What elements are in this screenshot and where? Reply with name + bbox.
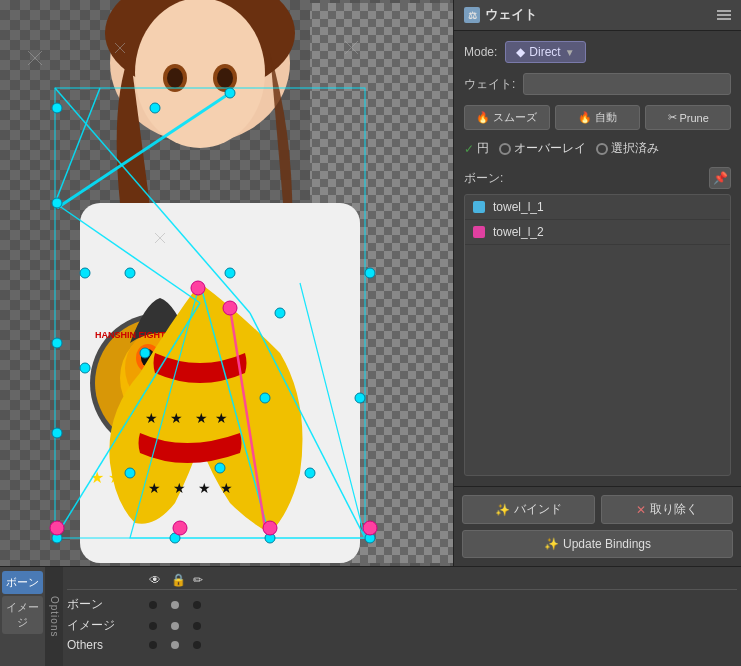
svg-text:★: ★ bbox=[220, 480, 233, 496]
update-icon: ✨ bbox=[544, 537, 559, 551]
svg-point-44 bbox=[225, 268, 235, 278]
bone-pin-button[interactable]: 📌 bbox=[709, 167, 731, 189]
table-row-image[interactable]: イメージ bbox=[67, 615, 737, 636]
bottom-panel: ボーン イメージ Options 👁 🔒 ✏ ボーン イメージ Others bbox=[0, 566, 741, 666]
bone-section-label: ボーン: bbox=[464, 170, 503, 187]
update-bindings-button[interactable]: ✨ Update Bindings bbox=[462, 530, 733, 558]
bone-item-0[interactable]: towel_l_1 bbox=[465, 195, 730, 220]
bone-color-0 bbox=[473, 201, 485, 213]
bone-tab: ボーン イメージ bbox=[0, 567, 45, 666]
overlay-checkbox[interactable]: オーバーレイ bbox=[499, 140, 586, 157]
table-header: 👁 🔒 ✏ bbox=[67, 571, 737, 590]
svg-text:★: ★ bbox=[148, 480, 161, 496]
bone-color-1 bbox=[473, 226, 485, 238]
svg-point-51 bbox=[80, 363, 90, 373]
auto-icon: 🔥 bbox=[578, 111, 592, 124]
bone-header: ボーン: 📌 bbox=[464, 167, 731, 189]
row-bone-visible-dot bbox=[149, 601, 157, 609]
svg-text:★: ★ bbox=[145, 410, 158, 426]
bone-name-0: towel_l_1 bbox=[493, 200, 544, 214]
bottom-table: 👁 🔒 ✏ ボーン イメージ Others bbox=[63, 567, 741, 666]
header-edit-icon: ✏ bbox=[193, 573, 213, 587]
bone-tab-item[interactable]: ボーン bbox=[2, 571, 43, 594]
smooth-icon: 🔥 bbox=[476, 111, 490, 124]
svg-text:HANSHIN FIGHT: HANSHIN FIGHT bbox=[95, 330, 166, 340]
menu-line-2 bbox=[717, 14, 731, 16]
svg-point-61 bbox=[305, 468, 315, 478]
panel-title-bar: ⚖ ウェイト bbox=[454, 0, 741, 31]
smooth-label: スムーズ bbox=[493, 110, 537, 125]
row-bone-label: ボーン bbox=[67, 596, 147, 613]
right-panel: ⚖ ウェイト Mode: ◆ Direct ▼ ウェイト: bbox=[453, 0, 741, 566]
selected-checkbox[interactable]: 選択済み bbox=[596, 140, 659, 157]
prune-button[interactable]: ✂ Prune bbox=[645, 105, 731, 130]
bone-name-1: towel_l_2 bbox=[493, 225, 544, 239]
svg-point-49 bbox=[125, 268, 135, 278]
svg-point-10 bbox=[167, 68, 183, 88]
bind-row: ✨ バインド ✕ 取り除く bbox=[462, 495, 733, 524]
mode-label: Mode: bbox=[464, 45, 497, 59]
row-others-label: Others bbox=[67, 638, 147, 652]
row-others-lock-dot bbox=[171, 641, 179, 649]
svg-point-7 bbox=[135, 0, 265, 148]
pin-icon: 📌 bbox=[713, 171, 728, 185]
bind-button[interactable]: ✨ バインド bbox=[462, 495, 595, 524]
svg-point-65 bbox=[363, 521, 377, 535]
prune-icon: ✂ bbox=[668, 111, 677, 124]
row-bone-lock-dot bbox=[171, 601, 179, 609]
weight-input[interactable] bbox=[523, 73, 731, 95]
selected-label: 選択済み bbox=[611, 140, 659, 157]
svg-text:★: ★ bbox=[170, 410, 183, 426]
svg-point-46 bbox=[275, 308, 285, 318]
circle-checkbox[interactable]: ✓ 円 bbox=[464, 140, 489, 157]
svg-point-41 bbox=[52, 198, 62, 208]
canvas-viewport[interactable]: ★ ★ ★ HANSHIN FIGHT ★ ★ ★ ★ ★ ★ ★ ★ bbox=[0, 0, 453, 566]
action-buttons-row: 🔥 スムーズ 🔥 自動 ✂ Prune bbox=[464, 105, 731, 130]
svg-point-45 bbox=[365, 268, 375, 278]
panel-title: ⚖ ウェイト bbox=[464, 6, 537, 24]
svg-text:★: ★ bbox=[198, 480, 211, 496]
svg-point-11 bbox=[217, 68, 233, 88]
svg-point-58 bbox=[260, 393, 270, 403]
table-row-bone[interactable]: ボーン bbox=[67, 594, 737, 615]
mode-button[interactable]: ◆ Direct ▼ bbox=[505, 41, 585, 63]
bone-item-1[interactable]: towel_l_2 bbox=[465, 220, 730, 245]
smooth-button[interactable]: 🔥 スムーズ bbox=[464, 105, 550, 130]
options-sidebar: Options bbox=[45, 567, 63, 666]
row-bone-edit-dot bbox=[193, 601, 201, 609]
bind-label: バインド bbox=[514, 501, 562, 518]
svg-point-40 bbox=[225, 88, 235, 98]
svg-point-59 bbox=[125, 468, 135, 478]
header-eye-icon: 👁 bbox=[149, 573, 169, 587]
svg-text:★: ★ bbox=[173, 480, 186, 496]
bone-section: ボーン: 📌 towel_l_1 towel_l_2 bbox=[464, 167, 731, 476]
checkbox-row: ✓ 円 オーバーレイ 選択済み bbox=[464, 140, 731, 157]
row-others-edit-dot bbox=[193, 641, 201, 649]
menu-line-3 bbox=[717, 18, 731, 20]
weight-label: ウェイト: bbox=[464, 76, 515, 93]
svg-point-62 bbox=[191, 281, 205, 295]
table-row-others[interactable]: Others bbox=[67, 636, 737, 654]
menu-icon[interactable] bbox=[717, 10, 731, 20]
svg-point-63 bbox=[173, 521, 187, 535]
prune-label: Prune bbox=[680, 112, 709, 124]
overlay-label: オーバーレイ bbox=[514, 140, 586, 157]
row-image-visible-dot bbox=[149, 622, 157, 630]
update-label: Update Bindings bbox=[563, 537, 651, 551]
canvas-svg: ★ ★ ★ HANSHIN FIGHT ★ ★ ★ ★ ★ ★ ★ ★ bbox=[0, 0, 453, 566]
row-image-lock-dot bbox=[171, 622, 179, 630]
svg-point-43 bbox=[150, 103, 160, 113]
mode-dropdown-icon: ▼ bbox=[565, 47, 575, 58]
panel-title-text: ウェイト bbox=[485, 6, 537, 24]
auto-button[interactable]: 🔥 自動 bbox=[555, 105, 641, 130]
auto-label: 自動 bbox=[595, 110, 617, 125]
svg-point-52 bbox=[52, 338, 62, 348]
row-image-edit-dot bbox=[193, 622, 201, 630]
remove-button[interactable]: ✕ 取り除く bbox=[601, 495, 734, 524]
svg-text:★: ★ bbox=[195, 410, 208, 426]
radio-circle-2-icon bbox=[596, 143, 608, 155]
row-image-label: イメージ bbox=[67, 617, 147, 634]
circle-label: 円 bbox=[477, 140, 489, 157]
weight-row: ウェイト: bbox=[464, 73, 731, 95]
image-tab-item[interactable]: イメージ bbox=[2, 596, 43, 634]
